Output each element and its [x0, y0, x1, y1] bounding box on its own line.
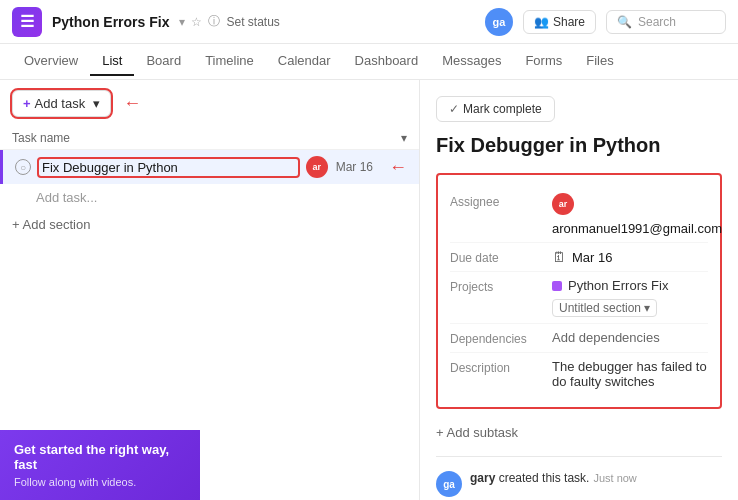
tab-board[interactable]: Board	[134, 47, 193, 76]
detail-box: Assignee ar aronmanuel1991@gmail.com Due…	[436, 173, 722, 409]
projects-row: Projects Python Errors Fix Untitled sect…	[450, 272, 708, 324]
tab-files[interactable]: Files	[574, 47, 625, 76]
untitled-section-button[interactable]: Untitled section ▾	[552, 299, 657, 317]
assignee-row: Assignee ar aronmanuel1991@gmail.com	[450, 187, 708, 243]
project-color-dot	[552, 281, 562, 291]
dependencies-row: Dependencies Add dependencies	[450, 324, 708, 353]
app-menu-icon[interactable]: ☰	[12, 7, 42, 37]
star-icon[interactable]: ☆	[191, 15, 202, 29]
toolbar: + Add task ▾ ←	[0, 80, 419, 127]
add-dependencies-button[interactable]: Add dependencies	[552, 330, 660, 345]
plus-icon: +	[23, 96, 31, 111]
activity-avatar-ga: ga	[436, 471, 462, 497]
assignee-value: ar aronmanuel1991@gmail.com	[552, 193, 722, 236]
assignee-label: Assignee	[450, 193, 540, 209]
user-avatar: ga	[485, 8, 513, 36]
task-assignee-avatar: ar	[306, 156, 328, 178]
promo-title: Get started the right way, fast	[14, 442, 186, 472]
task-name[interactable]: Fix Debugger in Python	[39, 159, 298, 176]
add-subtask-button[interactable]: + Add subtask	[436, 425, 722, 440]
activity-section: ga gary created this task.Just now ga ga…	[436, 456, 722, 500]
tab-calendar[interactable]: Calendar	[266, 47, 343, 76]
header-chevron-icon: ▾	[401, 131, 407, 145]
task-detail-title: Fix Debugger in Python	[436, 134, 722, 157]
activity-created: ga gary created this task.Just now	[436, 469, 722, 497]
mark-complete-label: Mark complete	[463, 102, 542, 116]
tab-overview[interactable]: Overview	[12, 47, 90, 76]
tab-list[interactable]: List	[90, 47, 134, 76]
description-text: The debugger has failed to do faulty swi…	[552, 359, 708, 389]
tab-forms[interactable]: Forms	[513, 47, 574, 76]
tab-dashboard[interactable]: Dashboard	[343, 47, 431, 76]
add-task-button[interactable]: + Add task ▾	[12, 90, 111, 117]
share-button[interactable]: 👥 Share	[523, 10, 596, 34]
mark-complete-button[interactable]: Mark complete	[436, 96, 555, 122]
task-complete-icon[interactable]: ○	[15, 159, 31, 175]
promo-subtitle: Follow along with videos.	[14, 476, 186, 488]
set-status-button[interactable]: Set status	[226, 15, 279, 29]
task-row[interactable]: ○ Fix Debugger in Python ar Mar 16 ←	[0, 150, 419, 184]
assignee-email: aronmanuel1991@gmail.com	[552, 221, 722, 236]
add-section-button[interactable]: + Add section	[0, 209, 419, 240]
nav-tabs: Overview List Board Timeline Calendar Da…	[0, 44, 738, 80]
projects-label: Projects	[450, 278, 540, 294]
tab-messages[interactable]: Messages	[430, 47, 513, 76]
arrow-annotation: ←	[123, 93, 141, 114]
chevron-icon[interactable]: ▾	[179, 15, 185, 29]
add-task-label: Add task	[35, 96, 86, 111]
calendar-icon: 🗓	[552, 249, 566, 265]
search-box[interactable]: 🔍 Search	[606, 10, 726, 34]
dropdown-arrow-icon[interactable]: ▾	[93, 96, 100, 111]
search-icon: 🔍	[617, 15, 632, 29]
right-panel: Mark complete Fix Debugger in Python Ass…	[420, 80, 738, 500]
due-date-row: Due date 🗓 Mar 16	[450, 243, 708, 272]
task-list-header: Task name ▾	[0, 127, 419, 150]
dependencies-label: Dependencies	[450, 330, 540, 346]
info-icon[interactable]: ⓘ	[208, 13, 220, 30]
topbar: ☰ Python Errors Fix ▾ ☆ ⓘ Set status ga …	[0, 0, 738, 44]
due-date-text: Mar 16	[572, 250, 612, 265]
title-actions: ▾ ☆ ⓘ Set status	[179, 13, 279, 30]
section-chevron-icon: ▾	[644, 301, 650, 315]
task-arrow-annotation: ←	[389, 157, 407, 178]
promo-bar: Get started the right way, fast Follow a…	[0, 430, 200, 500]
description-value: The debugger has failed to do faulty swi…	[552, 359, 708, 389]
description-row: Description The debugger has failed to d…	[450, 353, 708, 395]
projects-value: Python Errors Fix Untitled section ▾	[552, 278, 708, 317]
due-date-label: Due date	[450, 249, 540, 265]
assignee-avatar: ar	[552, 193, 574, 215]
task-due-date: Mar 16	[336, 160, 373, 174]
project-title: Python Errors Fix	[52, 14, 169, 30]
tab-timeline[interactable]: Timeline	[193, 47, 266, 76]
project-name[interactable]: Python Errors Fix	[568, 278, 668, 293]
description-label: Description	[450, 359, 540, 375]
add-task-inline[interactable]: Add task...	[0, 184, 419, 209]
dependencies-value: Add dependencies	[552, 330, 660, 345]
people-icon: 👥	[534, 15, 549, 29]
due-date-value: 🗓 Mar 16	[552, 249, 612, 265]
activity-created-text: gary created this task.Just now	[470, 469, 637, 487]
task-name-header: Task name	[12, 131, 70, 145]
